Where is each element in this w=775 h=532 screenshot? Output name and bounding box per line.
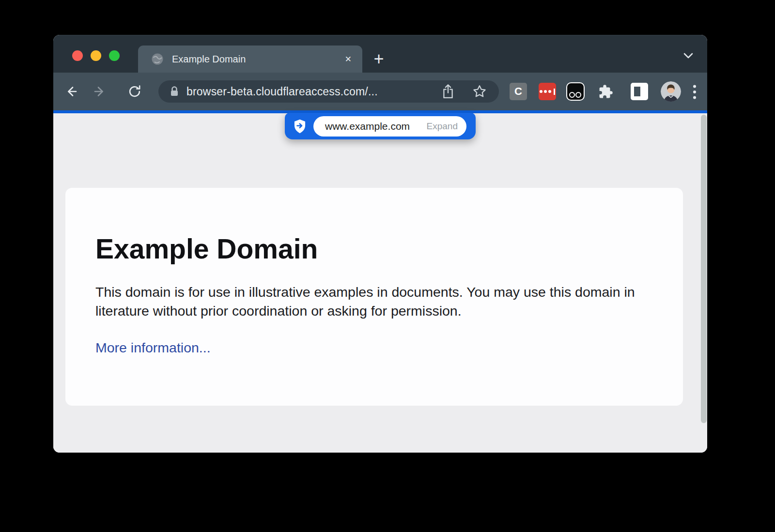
tab-strip: Example Domain ✕ + [53, 35, 707, 73]
more-information-link[interactable]: More information... [95, 340, 211, 356]
lock-icon [169, 86, 180, 97]
forward-button[interactable] [90, 82, 109, 101]
expand-button[interactable]: Expand [427, 121, 458, 132]
isolated-domain-pill[interactable]: www.example.com Expand [313, 116, 466, 137]
browser-window: Example Domain ✕ + [53, 35, 707, 453]
avatar-photo [661, 81, 681, 102]
browser-menu-button[interactable] [692, 84, 697, 102]
extension-password-manager-button[interactable] [539, 83, 556, 100]
shield-arrow-icon [293, 119, 307, 134]
tab-title: Example Domain [172, 54, 342, 65]
extension-c-button[interactable]: C [510, 83, 527, 100]
scrollbar-thumb[interactable] [701, 115, 707, 423]
traffic-light-zoom[interactable] [109, 50, 120, 61]
lastpass-dots-icon [540, 89, 555, 95]
puzzle-icon [598, 84, 613, 99]
extensions-puzzle-button[interactable] [597, 83, 614, 100]
globe-favicon-icon [151, 53, 164, 65]
tab-close-button[interactable]: ✕ [342, 52, 355, 66]
desktop-background: { "colors": { "accent-blue": "#0c5ed9", … [0, 0, 775, 532]
side-panel-icon [634, 87, 640, 96]
isolated-domain-text: www.example.com [325, 121, 410, 132]
traffic-light-close[interactable] [72, 50, 83, 61]
profile-avatar[interactable] [661, 81, 681, 102]
window-chevron-button[interactable] [682, 51, 695, 62]
page-body-text: This domain is for use in illustrative e… [95, 283, 648, 320]
tab-example-domain[interactable]: Example Domain ✕ [138, 46, 362, 73]
url-text: browser-beta.cloudflareaccess.com/... [186, 85, 441, 98]
isolation-banner: www.example.com Expand [285, 113, 476, 139]
new-tab-button[interactable]: + [369, 49, 388, 69]
circle-icon [575, 92, 581, 98]
side-panel-button[interactable] [631, 83, 648, 100]
reload-button[interactable] [125, 82, 144, 101]
address-bar[interactable]: browser-beta.cloudflareaccess.com/... [158, 80, 499, 103]
page-viewport: www.example.com Expand Example Domain Th… [53, 113, 707, 453]
page-card: Example Domain This domain is for use in… [65, 188, 683, 406]
back-button[interactable] [62, 82, 81, 101]
browser-toolbar: browser-beta.cloudflareaccess.com/... C [53, 73, 707, 110]
bookmark-star-icon[interactable] [472, 84, 487, 99]
circle-icon [569, 92, 575, 98]
page-title: Example Domain [95, 233, 648, 265]
extension-two-circles-button[interactable] [566, 82, 585, 101]
kebab-menu-icon [692, 84, 697, 100]
traffic-light-minimize[interactable] [91, 50, 101, 61]
share-icon[interactable] [441, 84, 455, 99]
